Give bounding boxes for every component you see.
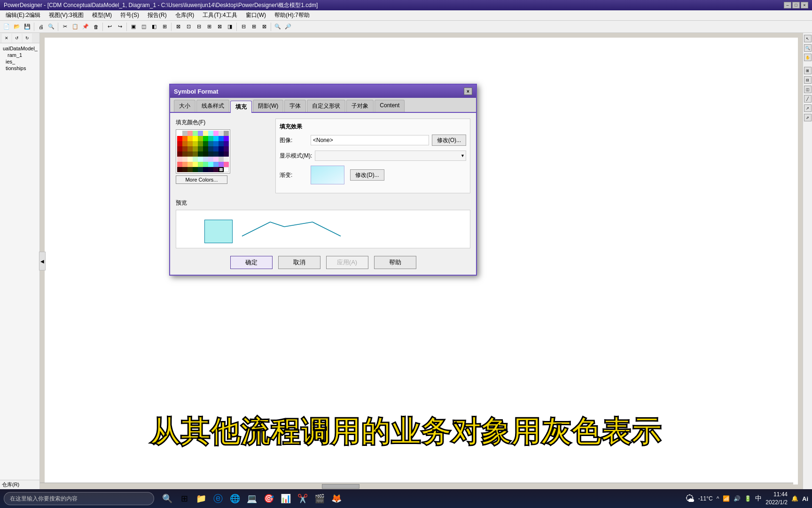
color-r6-1[interactable] <box>177 157 182 162</box>
apply-button[interactable]: 应用(A) <box>326 256 368 269</box>
maximize-btn[interactable]: □ <box>792 2 800 8</box>
help-button[interactable]: 帮助 <box>374 256 416 269</box>
language-indicator[interactable]: 中 <box>755 494 762 503</box>
rt-t5[interactable]: ↗ <box>804 104 812 112</box>
color-r5-9[interactable] <box>219 151 224 157</box>
rt-t2[interactable]: ⊟ <box>804 76 812 84</box>
color-yellow[interactable] <box>193 136 198 141</box>
taskbar-app1-icon[interactable]: 🎯 <box>261 491 276 506</box>
tb-c3[interactable]: ⊟ <box>194 22 203 32</box>
color-r5-5[interactable] <box>198 151 203 157</box>
tab-fill[interactable]: 填充 <box>230 101 252 113</box>
tb-new[interactable]: 📄 <box>2 22 11 32</box>
color-r4-7[interactable] <box>208 146 213 151</box>
color-r6-8[interactable] <box>213 157 219 162</box>
tb-paste[interactable]: 📌 <box>81 22 90 32</box>
color-red[interactable] <box>177 136 182 141</box>
taskbar-taskview-icon[interactable]: ⊞ <box>177 491 192 506</box>
tb-print[interactable]: 🖨 <box>36 22 46 32</box>
horizontal-scrollbar[interactable] <box>40 483 793 489</box>
color-r6-2[interactable] <box>182 157 187 162</box>
taskbar-edge-icon[interactable]: ⓔ <box>211 491 226 506</box>
menu-view[interactable]: 视图(V):3视图 <box>45 10 87 20</box>
tab-content[interactable]: Content <box>375 100 405 112</box>
tb-save[interactable]: 💾 <box>23 22 32 32</box>
color-r5-10[interactable] <box>224 151 229 157</box>
color-r8-4[interactable] <box>193 167 198 172</box>
taskbar-pycharm-icon[interactable]: 💻 <box>244 491 259 506</box>
tb-b2[interactable]: ◫ <box>139 22 148 32</box>
color-r4-3[interactable] <box>187 146 193 151</box>
ai-label[interactable]: Ai <box>802 495 808 502</box>
tab-line-style[interactable]: 线条样式 <box>196 100 229 112</box>
color-r5-2[interactable] <box>182 151 187 157</box>
lp-btn3[interactable]: ↻ <box>23 33 32 43</box>
tb-cut[interactable]: ✂ <box>60 22 70 32</box>
taskbar-chrome-icon[interactable]: 🌐 <box>227 491 242 506</box>
symbol-format-dialog[interactable]: Symbol Format × 大小 线条样式 填充 阴影(W) 字体 自定义形… <box>169 84 477 276</box>
color-2[interactable] <box>187 131 193 136</box>
color-purple[interactable] <box>224 136 229 141</box>
color-r7-4[interactable] <box>193 162 198 167</box>
display-mode-select[interactable]: ▼ <box>315 151 466 161</box>
color-r4-5[interactable] <box>198 146 203 151</box>
rt-t6[interactable]: ⇗ <box>804 114 812 121</box>
search-bar[interactable]: 在这里输入你要搜索的内容 <box>4 492 154 505</box>
color-r4-9[interactable] <box>219 146 224 151</box>
tab-custom-shape[interactable]: 自定义形状 <box>307 100 345 112</box>
tree-item-entities[interactable]: ies_ <box>2 58 38 65</box>
lp-btn2[interactable]: ↺ <box>12 33 22 43</box>
color-r8-5[interactable] <box>198 167 203 172</box>
tb-b1[interactable]: ▣ <box>129 22 138 32</box>
color-r3-6[interactable] <box>203 141 208 146</box>
color-r5-1[interactable] <box>177 151 182 157</box>
color-teal[interactable] <box>208 136 213 141</box>
taskbar-app4-icon[interactable]: 🎬 <box>312 491 327 506</box>
tab-size[interactable]: 大小 <box>174 100 195 112</box>
dialog-close-button[interactable]: × <box>464 87 472 95</box>
color-r7-5[interactable] <box>198 162 203 167</box>
color-r6-7[interactable] <box>208 157 213 162</box>
color-r5-4[interactable] <box>193 151 198 157</box>
tb-redo[interactable]: ↪ <box>115 22 125 32</box>
tb-b4[interactable]: ⊞ <box>160 22 169 32</box>
lp-btn1[interactable]: ✕ <box>2 33 11 43</box>
menu-warehouse[interactable]: 仓库(R) <box>172 10 198 20</box>
color-4[interactable] <box>198 131 203 136</box>
minimize-btn[interactable]: – <box>784 2 791 8</box>
collapse-arrow[interactable]: ◀ <box>39 252 46 270</box>
color-r3-3[interactable] <box>187 141 193 146</box>
color-r6-5[interactable] <box>198 157 203 162</box>
color-r6-3[interactable] <box>187 157 193 162</box>
color-6[interactable] <box>208 131 213 136</box>
color-yellow-green[interactable] <box>198 136 203 141</box>
taskbar-app5-icon[interactable]: 🦊 <box>329 491 344 506</box>
menu-report[interactable]: 报告(R) <box>144 10 171 20</box>
taskbar-search-icon[interactable]: 🔍 <box>160 491 175 506</box>
color-7[interactable] <box>213 131 219 136</box>
color-yellow-orange[interactable] <box>187 136 193 141</box>
menu-tools[interactable]: 工具(T):4工具 <box>199 10 241 20</box>
tb-c1[interactable]: ⊠ <box>173 22 183 32</box>
tb-preview[interactable]: 🔍 <box>47 22 56 32</box>
image-edit-button[interactable]: 修改(O)... <box>432 135 466 146</box>
tb-c5[interactable]: ⊠ <box>215 22 224 32</box>
color-r7-7[interactable] <box>208 162 213 167</box>
color-r3-2[interactable] <box>182 141 187 146</box>
tb-copy[interactable]: 📋 <box>70 22 80 32</box>
tab-sub-object[interactable]: 子对象 <box>346 100 374 112</box>
taskbar-app3-icon[interactable]: ✂️ <box>295 491 310 506</box>
color-white-2[interactable] <box>224 167 229 172</box>
color-r8-6[interactable] <box>203 167 208 172</box>
color-r6-10[interactable] <box>224 157 229 162</box>
tb-c6[interactable]: ◨ <box>225 22 234 32</box>
color-r5-8[interactable] <box>213 151 219 157</box>
rt-hand[interactable]: ✋ <box>804 54 812 61</box>
tab-font[interactable]: 字体 <box>284 100 306 112</box>
tb-delete[interactable]: 🗑 <box>91 22 101 32</box>
color-cyan[interactable] <box>213 136 219 141</box>
warehouse-label[interactable]: 仓库(R) <box>0 480 40 489</box>
tb-zoom-out[interactable]: 🔎 <box>283 22 293 32</box>
color-r4-4[interactable] <box>193 146 198 151</box>
gradient-edit-button[interactable]: 修改(D)... <box>350 169 384 181</box>
